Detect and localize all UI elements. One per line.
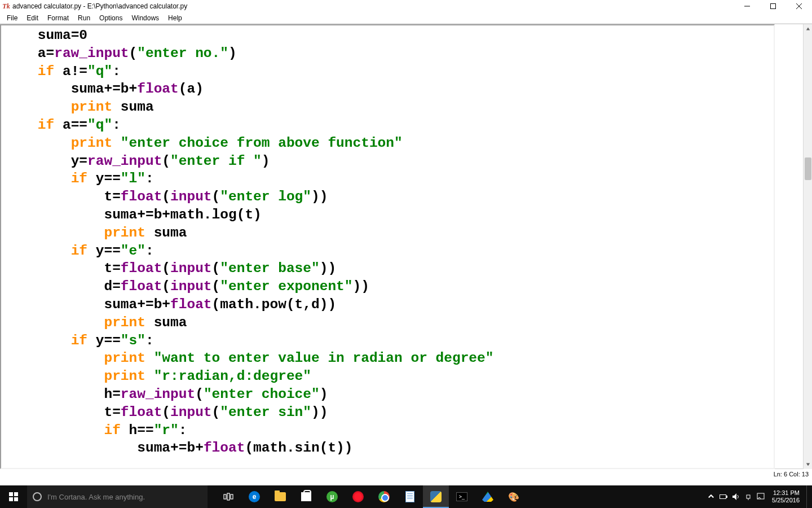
menu-options[interactable]: Options <box>95 13 127 23</box>
svg-rect-7 <box>14 492 18 496</box>
app-icon: Tk <box>2 2 10 10</box>
tray-notifications-icon[interactable] <box>756 492 765 501</box>
svg-rect-6 <box>9 492 13 496</box>
vertical-scrollbar[interactable] <box>803 24 812 469</box>
clock-time: 12:31 PM <box>772 489 800 497</box>
scroll-track[interactable] <box>804 33 812 460</box>
cmd-icon[interactable]: >_ <box>449 485 475 508</box>
show-desktop-button[interactable] <box>806 485 810 508</box>
svg-rect-14 <box>726 496 727 498</box>
code-content[interactable]: suma=0 a=raw_input("enter no.") if a!="q… <box>1 25 774 458</box>
scroll-up-button[interactable] <box>804 24 812 33</box>
file-explorer-icon[interactable] <box>267 485 293 508</box>
window-title: advanced calculator.py - E:\Python\advan… <box>12 2 187 10</box>
menu-run[interactable]: Run <box>73 13 95 23</box>
svg-rect-1 <box>771 4 776 9</box>
tray-network-icon[interactable] <box>744 492 753 501</box>
cortana-icon <box>33 492 42 501</box>
chrome-icon[interactable] <box>371 485 397 508</box>
menu-windows[interactable]: Windows <box>127 13 164 23</box>
start-button[interactable] <box>0 485 27 508</box>
menu-file[interactable]: File <box>2 13 22 23</box>
edge-icon[interactable]: e <box>241 485 267 508</box>
svg-marker-5 <box>806 463 809 466</box>
utorrent-icon[interactable]: µ <box>319 485 345 508</box>
svg-marker-15 <box>732 493 736 500</box>
scroll-down-button[interactable] <box>804 460 812 469</box>
notepadpp-icon[interactable] <box>397 485 423 508</box>
code-editor[interactable]: suma=0 a=raw_input("enter no.") if a!="q… <box>0 24 775 469</box>
svg-marker-4 <box>806 28 809 30</box>
editor-area: suma=0 a=raw_input("enter no.") if a!="q… <box>0 24 812 468</box>
menu-help[interactable]: Help <box>164 13 187 23</box>
paint-icon[interactable]: 🎨 <box>501 485 527 508</box>
cortana-placeholder: I'm Cortana. Ask me anything. <box>47 493 145 501</box>
python-idle-icon[interactable] <box>423 485 449 508</box>
cursor-position: Ln: 6 Col: 13 <box>774 471 809 478</box>
menu-format[interactable]: Format <box>43 13 73 23</box>
svg-rect-11 <box>227 493 230 500</box>
scroll-thumb[interactable] <box>805 157 811 180</box>
maximize-button[interactable] <box>760 0 786 12</box>
svg-rect-10 <box>224 494 226 499</box>
tray-volume-icon[interactable] <box>731 492 740 501</box>
close-button[interactable] <box>786 0 812 12</box>
svg-rect-12 <box>231 494 233 499</box>
opera-icon[interactable] <box>345 485 371 508</box>
cortana-search[interactable]: I'm Cortana. Ask me anything. <box>27 485 208 508</box>
taskbar-clock[interactable]: 12:31 PM 5/25/2016 <box>769 489 803 504</box>
taskview-icon[interactable] <box>215 485 241 508</box>
tray-chevron-icon[interactable] <box>707 492 716 501</box>
taskbar: I'm Cortana. Ask me anything. e µ >_ 🎨 1… <box>0 485 812 508</box>
menubar: File Edit Format Run Options Windows Hel… <box>0 12 812 24</box>
window-titlebar: Tk advanced calculator.py - E:\Python\ad… <box>0 0 812 12</box>
store-icon[interactable] <box>293 485 319 508</box>
clock-date: 5/25/2016 <box>772 497 800 504</box>
tray-battery-icon[interactable] <box>719 492 728 501</box>
minimize-button[interactable] <box>734 0 760 12</box>
svg-rect-13 <box>720 495 726 499</box>
google-drive-icon[interactable] <box>475 485 501 508</box>
svg-rect-8 <box>9 497 13 501</box>
menu-edit[interactable]: Edit <box>22 13 43 23</box>
svg-rect-9 <box>14 497 18 501</box>
svg-rect-16 <box>747 495 750 498</box>
statusbar: Ln: 6 Col: 13 <box>0 468 812 479</box>
